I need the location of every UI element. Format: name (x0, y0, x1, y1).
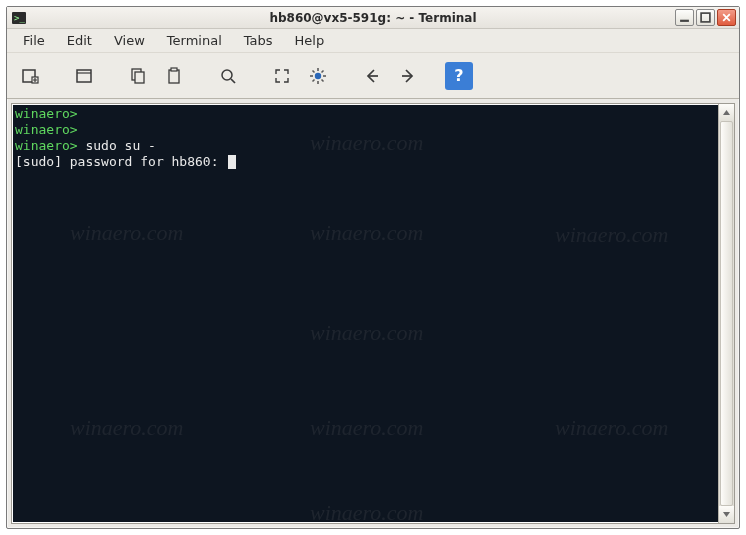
terminal-line: winaero> (15, 122, 731, 138)
minimize-button[interactable] (675, 9, 694, 26)
terminal-line: winaero> (15, 106, 731, 122)
menu-tabs[interactable]: Tabs (234, 30, 283, 51)
svg-rect-9 (135, 72, 144, 83)
toolbar: ? (7, 53, 739, 99)
close-button[interactable] (717, 9, 736, 26)
svg-rect-2 (680, 20, 689, 22)
help-icon[interactable]: ? (445, 62, 473, 90)
titlebar[interactable]: >_ hb860@vx5-591g: ~ - Terminal (7, 7, 739, 29)
help-label: ? (454, 66, 463, 85)
svg-text:>_: >_ (14, 13, 25, 23)
maximize-button[interactable] (696, 9, 715, 26)
svg-line-21 (322, 70, 324, 72)
menu-edit[interactable]: Edit (57, 30, 102, 51)
svg-rect-10 (169, 70, 179, 83)
menu-help[interactable]: Help (285, 30, 335, 51)
menu-file[interactable]: File (13, 30, 55, 51)
window-controls (675, 9, 739, 26)
fullscreen-icon[interactable] (265, 59, 299, 93)
menubar: File Edit View Terminal Tabs Help (7, 29, 739, 53)
scroll-up-icon[interactable] (719, 104, 734, 121)
svg-rect-3 (701, 13, 710, 22)
svg-line-19 (313, 70, 315, 72)
menu-view[interactable]: View (104, 30, 155, 51)
scroll-track[interactable] (719, 121, 734, 506)
svg-line-13 (231, 79, 235, 83)
terminal-line: winaero> sudo su - (15, 138, 731, 154)
search-icon[interactable] (211, 59, 245, 93)
new-window-icon[interactable] (67, 59, 101, 93)
svg-rect-6 (77, 70, 91, 82)
app-icon: >_ (11, 10, 27, 26)
terminal-output[interactable]: winaero> winaero> winaero> sudo su - [su… (13, 105, 733, 522)
paste-icon[interactable] (157, 59, 191, 93)
scroll-down-icon[interactable] (719, 506, 734, 523)
new-tab-icon[interactable] (13, 59, 47, 93)
back-icon[interactable] (355, 59, 389, 93)
terminal-cursor (228, 155, 236, 169)
terminal-line: [sudo] password for hb860: (15, 154, 731, 170)
menu-terminal[interactable]: Terminal (157, 30, 232, 51)
svg-point-12 (222, 70, 232, 80)
settings-icon[interactable] (301, 59, 335, 93)
copy-icon[interactable] (121, 59, 155, 93)
svg-line-20 (322, 79, 324, 81)
forward-icon[interactable] (391, 59, 425, 93)
terminal-container: winaero> winaero> winaero> sudo su - [su… (11, 103, 735, 524)
svg-line-22 (313, 79, 315, 81)
terminal-window: >_ hb860@vx5-591g: ~ - Terminal File Edi… (6, 6, 740, 529)
svg-point-14 (315, 72, 321, 78)
window-title: hb860@vx5-591g: ~ - Terminal (7, 11, 739, 25)
scrollbar[interactable] (718, 104, 734, 523)
scroll-thumb[interactable] (720, 121, 733, 506)
svg-rect-11 (171, 68, 177, 71)
